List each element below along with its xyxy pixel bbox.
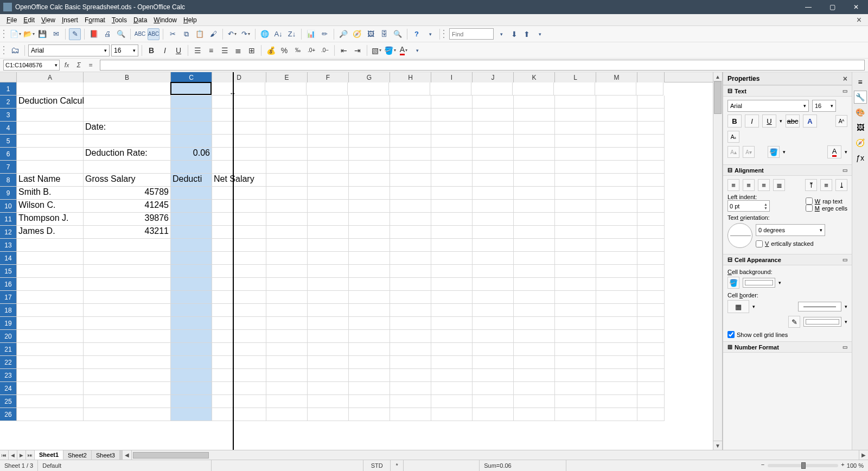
cell-I14[interactable] — [431, 252, 473, 265]
cell-M12[interactable] — [596, 226, 637, 239]
spellcheck-button[interactable]: ABC — [134, 28, 146, 40]
align-bottom[interactable]: ⤓ — [835, 179, 847, 191]
cell-N15[interactable] — [637, 265, 665, 278]
cell-C7[interactable] — [171, 161, 212, 174]
cell-I26[interactable] — [431, 408, 473, 421]
cell-A21[interactable] — [17, 343, 84, 356]
prop-shadow[interactable]: A — [803, 114, 817, 128]
cell-D13[interactable] — [212, 239, 266, 252]
cell-E7[interactable] — [266, 161, 308, 174]
menu-tools[interactable]: Tools — [108, 15, 130, 25]
cell-M9[interactable] — [596, 187, 637, 200]
print-button[interactable]: 🖨 — [101, 28, 113, 40]
prop-highlight[interactable]: 🪣 — [768, 146, 780, 158]
cell-A1[interactable] — [17, 82, 84, 96]
cell-I18[interactable] — [431, 304, 473, 317]
cell-H20[interactable] — [390, 330, 431, 343]
cell-L4[interactable] — [555, 122, 596, 135]
cell-N19[interactable] — [637, 317, 665, 330]
zoom-slider[interactable] — [768, 464, 838, 467]
cell-L5[interactable] — [555, 135, 596, 148]
cell-K10[interactable] — [514, 200, 555, 213]
cell-H3[interactable] — [390, 109, 431, 122]
cell-I2[interactable] — [431, 96, 473, 109]
cell-G13[interactable] — [349, 239, 390, 252]
cell-M3[interactable] — [596, 109, 637, 122]
cell-M4[interactable] — [596, 122, 637, 135]
cell-H21[interactable] — [390, 343, 431, 356]
cell-E9[interactable] — [266, 187, 308, 200]
cell-B19[interactable] — [84, 317, 171, 330]
cell-F23[interactable] — [308, 369, 349, 382]
cell-A12[interactable]: James D. — [17, 226, 84, 239]
cell-D20[interactable] — [212, 330, 266, 343]
cell-B1[interactable] — [84, 82, 171, 96]
cell-I6[interactable] — [431, 148, 473, 161]
cell-H5[interactable] — [390, 135, 431, 148]
cell-D24[interactable] — [212, 382, 266, 395]
cell-B12[interactable]: 43211 — [84, 226, 171, 239]
align-justify-button[interactable]: ≣ — [232, 44, 244, 56]
cell-A15[interactable] — [17, 265, 84, 278]
cell-H2[interactable] — [390, 96, 431, 109]
cell-D12[interactable] — [212, 226, 266, 239]
col-header-extra[interactable] — [637, 72, 665, 82]
font-color-button[interactable]: A — [398, 44, 410, 56]
cell-D23[interactable] — [212, 369, 266, 382]
cell-G5[interactable] — [349, 135, 390, 148]
cell-J16[interactable] — [473, 278, 514, 291]
cell-G11[interactable] — [349, 213, 390, 226]
cell-D17[interactable] — [212, 291, 266, 304]
prop-font-name[interactable]: Arial▾ — [727, 100, 809, 112]
cell-C21[interactable] — [171, 343, 212, 356]
cell-H17[interactable] — [390, 291, 431, 304]
cell-C14[interactable] — [171, 252, 212, 265]
underline-button[interactable]: U — [173, 44, 184, 56]
cell-D22[interactable] — [212, 356, 266, 369]
cell-C12[interactable] — [171, 226, 212, 239]
left-indent-spin[interactable]: 0 pt▲▼ — [727, 200, 770, 212]
cell-M17[interactable] — [596, 291, 637, 304]
cell-D1[interactable] — [211, 82, 265, 96]
cell-I17[interactable] — [431, 291, 473, 304]
cell-G2[interactable] — [349, 96, 390, 109]
cell-N25[interactable] — [637, 395, 665, 408]
cell-M14[interactable] — [596, 252, 637, 265]
cell-J6[interactable] — [473, 148, 514, 161]
cell-C18[interactable] — [171, 304, 212, 317]
cell-C4[interactable] — [171, 122, 212, 135]
merge-cells-button[interactable]: ⊞ — [246, 44, 258, 56]
cell-F5[interactable] — [308, 135, 349, 148]
cell-H8[interactable] — [390, 174, 431, 187]
cell-J12[interactable] — [473, 226, 514, 239]
format-paintbrush-button[interactable]: 🖌 — [207, 28, 219, 40]
cell-L18[interactable] — [555, 304, 596, 317]
show-draw-button[interactable]: ✏ — [318, 28, 330, 40]
zoom-thumb[interactable] — [801, 462, 806, 469]
cell-I3[interactable] — [431, 109, 473, 122]
row-header-7[interactable]: 7 — [0, 161, 17, 174]
scroll-down-button[interactable]: ▼ — [713, 441, 722, 450]
cell-N3[interactable] — [637, 109, 665, 122]
cell-L19[interactable] — [555, 317, 596, 330]
cell-grid[interactable]: 12Deduction Calculations for Employees34… — [0, 82, 713, 421]
cell-J2[interactable] — [473, 96, 514, 109]
cell-A9[interactable]: Smith B. — [17, 187, 84, 200]
paste-button[interactable]: 📋 — [194, 28, 206, 40]
cell-L16[interactable] — [555, 278, 596, 291]
maximize-button[interactable]: ▢ — [828, 3, 837, 11]
col-header-H[interactable]: H — [390, 72, 431, 82]
cell-B21[interactable] — [84, 343, 171, 356]
cell-A17[interactable] — [17, 291, 84, 304]
cell-K9[interactable] — [514, 187, 555, 200]
find-overflow[interactable]: ▾ — [534, 28, 546, 40]
cell-N26[interactable] — [637, 408, 665, 421]
cell-D4[interactable] — [212, 122, 266, 135]
cell-J15[interactable] — [473, 265, 514, 278]
cell-B16[interactable] — [84, 278, 171, 291]
cell-I5[interactable] — [431, 135, 473, 148]
cell-K20[interactable] — [514, 330, 555, 343]
cell-N13[interactable] — [637, 239, 665, 252]
cell-H6[interactable] — [390, 148, 431, 161]
cell-G25[interactable] — [349, 395, 390, 408]
